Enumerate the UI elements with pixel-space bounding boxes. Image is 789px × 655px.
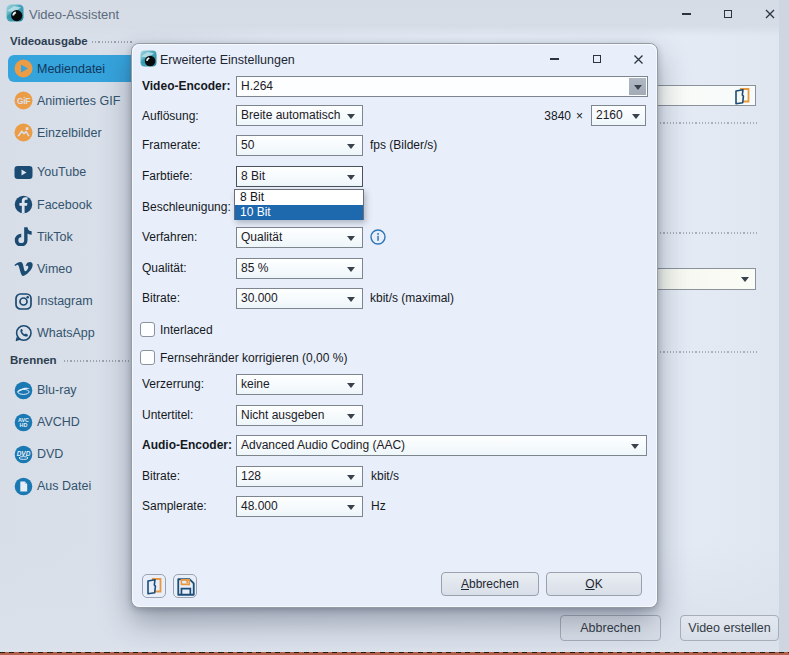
svg-text:HD: HD (20, 422, 28, 428)
svg-text:GiF: GiF (17, 96, 30, 106)
svg-text:DVD: DVD (17, 450, 31, 457)
